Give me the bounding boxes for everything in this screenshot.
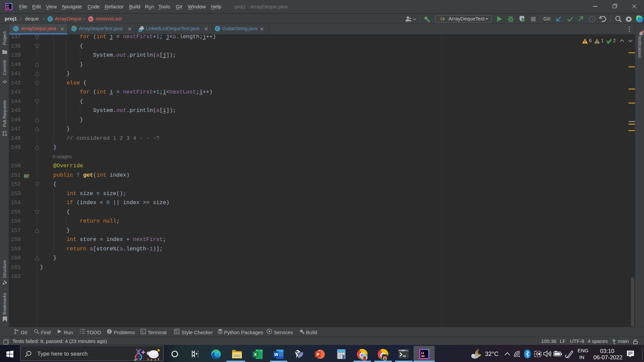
svg-text:C: C — [49, 17, 52, 21]
svg-text:X: X — [254, 352, 257, 357]
svg-text:W: W — [274, 352, 279, 357]
svg-text:IJ: IJ — [421, 351, 424, 355]
svg-text:IJ: IJ — [7, 4, 9, 7]
svg-text:C: C — [15, 26, 17, 31]
svg-text:I: I — [25, 175, 27, 178]
svg-text:J: J — [139, 29, 141, 32]
svg-text:m: m — [89, 17, 92, 21]
svg-text:P: P — [316, 352, 319, 357]
svg-text:C: C — [216, 26, 219, 31]
